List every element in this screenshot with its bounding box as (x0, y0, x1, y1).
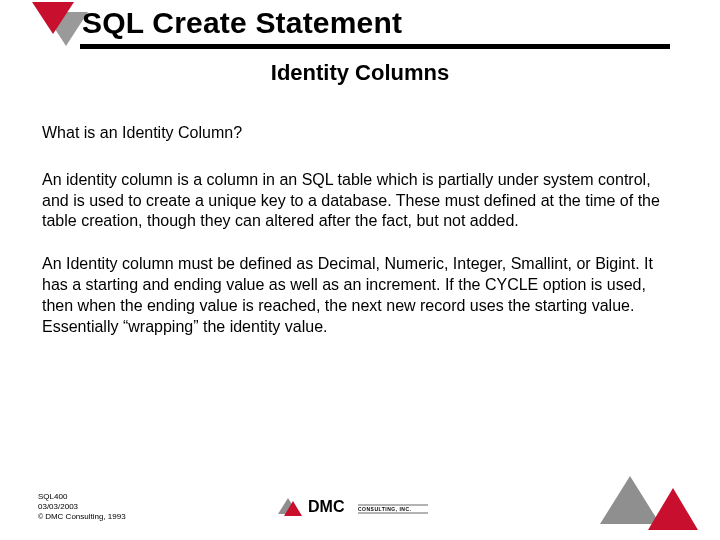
footer-logo: DMC CONSULTING, INC. (278, 496, 428, 518)
bottom-right-decoration (592, 462, 702, 532)
footer-code: SQL400 (38, 492, 126, 502)
slide: SQL Create Statement Identity Columns Wh… (0, 0, 720, 540)
footer-copyright-line: ©DMC Consulting, 1993 (38, 512, 126, 522)
logo-subtext: CONSULTING, INC. (358, 506, 412, 512)
copyright-icon: © (38, 513, 43, 522)
body-paragraph-2: An Identity column must be defined as De… (42, 254, 660, 337)
red-triangle-icon (32, 2, 74, 34)
footer-date: 03/03/2003 (38, 502, 126, 512)
body-question: What is an Identity Column? (42, 123, 660, 144)
logo-text: DMC (308, 498, 345, 515)
page-title: SQL Create Statement (82, 6, 402, 40)
title-underline (80, 44, 670, 49)
page-subtitle: Identity Columns (0, 60, 720, 86)
red-triangle-icon (648, 488, 698, 530)
footer-meta: SQL400 03/03/2003 ©DMC Consulting, 1993 (38, 492, 126, 522)
footer-copyright: DMC Consulting, 1993 (45, 512, 125, 521)
body-paragraph-1: An identity column is a column in an SQL… (42, 170, 660, 232)
body-content: What is an Identity Column? An identity … (42, 123, 660, 359)
